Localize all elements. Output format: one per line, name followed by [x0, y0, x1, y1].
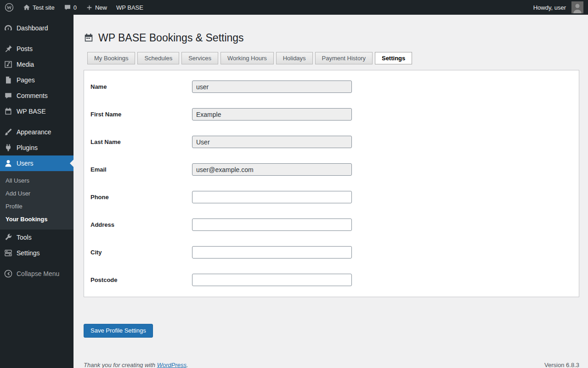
- last-name-label: Last Name: [84, 138, 192, 145]
- main-area: WP BASE Bookings & Settings My Bookings …: [74, 0, 588, 368]
- admin-bar: Test site 0 New WP BASE Howdy, user: [0, 0, 588, 15]
- media-icon: [0, 60, 17, 69]
- email-field[interactable]: [192, 163, 352, 176]
- users-submenu: All Users Add User Profile Your Bookings: [0, 171, 74, 230]
- sidebar-label: Comments: [17, 92, 74, 99]
- plus-icon: [86, 4, 93, 11]
- form-row-city: City: [84, 239, 579, 266]
- sidebar-item-posts[interactable]: Posts: [0, 41, 74, 57]
- howdy-label: Howdy, user: [533, 4, 566, 11]
- city-label: City: [84, 249, 192, 256]
- avatar: [571, 1, 583, 13]
- address-field[interactable]: [192, 218, 352, 231]
- comments-bubble[interactable]: 0: [59, 0, 81, 15]
- footer-version: Version 6.8.3: [544, 361, 579, 368]
- email-label: Email: [84, 166, 192, 173]
- comments-count: 0: [74, 4, 77, 11]
- comment-icon: [0, 92, 17, 100]
- save-profile-settings-button[interactable]: Save Profile Settings: [84, 324, 153, 338]
- wordpress-menu[interactable]: [0, 0, 18, 15]
- city-field[interactable]: [192, 246, 352, 259]
- name-label: Name: [84, 83, 192, 90]
- sidebar-item-dashboard[interactable]: Dashboard: [0, 20, 74, 36]
- submenu-item-your-bookings[interactable]: Your Bookings: [0, 213, 74, 226]
- sidebar-item-tools[interactable]: Tools: [0, 230, 74, 245]
- dashboard-icon: [0, 23, 17, 33]
- phone-field[interactable]: [192, 191, 352, 203]
- sidebar-label: Collapse Menu: [17, 270, 74, 277]
- form-row-phone: Phone: [84, 184, 579, 211]
- sidebar-item-appearance[interactable]: Appearance: [0, 124, 74, 140]
- tab-payment-history[interactable]: Payment History: [315, 52, 373, 64]
- menu-separator: [0, 119, 74, 124]
- my-account-menu[interactable]: Howdy, user: [529, 0, 588, 15]
- form-row-postcode: Postcode: [84, 266, 579, 294]
- brush-icon: [0, 127, 17, 137]
- tab-bar: My Bookings Schedules Services Working H…: [87, 52, 579, 64]
- admin-sidebar: Dashboard Posts Media Pages Comments: [0, 15, 74, 368]
- sidebar-label: Tools: [17, 234, 74, 241]
- name-field[interactable]: [192, 80, 352, 93]
- sidebar-label: Plugins: [17, 144, 74, 151]
- site-name-link[interactable]: Test site: [18, 0, 59, 15]
- form-row-email: Email: [84, 156, 579, 184]
- wp-base-adminbar-link[interactable]: WP BASE: [112, 0, 148, 15]
- tab-my-bookings[interactable]: My Bookings: [87, 52, 135, 64]
- bookings-icon: [84, 33, 94, 43]
- collapse-icon: [0, 269, 17, 278]
- users-icon: [0, 159, 17, 168]
- address-label: Address: [84, 221, 192, 228]
- menu-separator: [0, 36, 74, 41]
- wordpress-logo-icon: [5, 3, 14, 12]
- postcode-label: Postcode: [84, 276, 192, 283]
- sidebar-label: Dashboard: [17, 24, 74, 32]
- form-row-first-name: First Name: [84, 101, 579, 128]
- sidebar-item-wp-base[interactable]: WP BASE: [0, 104, 74, 119]
- form-row-address: Address: [84, 211, 579, 239]
- sidebar-item-comments[interactable]: Comments: [0, 88, 74, 104]
- tab-schedules[interactable]: Schedules: [137, 52, 179, 64]
- first-name-field[interactable]: [192, 108, 352, 121]
- form-row-name: Name: [84, 73, 579, 101]
- sidebar-item-pages[interactable]: Pages: [0, 72, 74, 88]
- site-name-label: Test site: [33, 4, 55, 11]
- sidebar-label: Media: [17, 61, 74, 68]
- pin-icon: [0, 44, 17, 53]
- form-row-last-name: Last Name: [84, 128, 579, 156]
- sidebar-label: Posts: [17, 45, 74, 52]
- page-title-text: WP BASE Bookings & Settings: [98, 31, 244, 45]
- sidebar-item-media[interactable]: Media: [0, 57, 74, 72]
- submenu-item-profile[interactable]: Profile: [0, 200, 74, 213]
- wordpress-link[interactable]: WordPress: [157, 362, 187, 368]
- first-name-label: First Name: [84, 111, 192, 118]
- last-name-field[interactable]: [192, 136, 352, 148]
- sidebar-label: Appearance: [17, 128, 74, 136]
- tab-services[interactable]: Services: [181, 52, 218, 64]
- calendar-icon: [0, 107, 17, 116]
- home-icon: [23, 4, 30, 11]
- pages-icon: [0, 75, 17, 85]
- page-title: WP BASE Bookings & Settings: [84, 31, 579, 45]
- plug-icon: [0, 143, 17, 152]
- postcode-field[interactable]: [192, 274, 352, 286]
- sidebar-item-plugins[interactable]: Plugins: [0, 140, 74, 155]
- footer-thanks-text: Thank you for creating with: [84, 362, 155, 368]
- collapse-menu-button[interactable]: Collapse Menu: [0, 266, 74, 282]
- settings-panel: Name First Name Last Name Email Phone Ad…: [84, 70, 579, 297]
- tools-icon: [0, 233, 17, 242]
- tab-settings[interactable]: Settings: [375, 52, 412, 64]
- phone-label: Phone: [84, 194, 192, 201]
- tab-working-hours[interactable]: Working Hours: [220, 52, 274, 64]
- footer: Thank you for creating with WordPress. V…: [84, 361, 579, 368]
- new-content-menu[interactable]: New: [81, 0, 112, 15]
- footer-period: .: [187, 362, 188, 368]
- submenu-item-all-users[interactable]: All Users: [0, 174, 74, 187]
- sidebar-item-settings[interactable]: Settings: [0, 245, 74, 261]
- tab-holidays[interactable]: Holidays: [276, 52, 313, 64]
- footer-thanks: Thank you for creating with WordPress.: [84, 361, 188, 368]
- sidebar-item-users[interactable]: Users: [0, 155, 74, 171]
- sidebar-label: Pages: [17, 76, 74, 84]
- submenu-item-add-user[interactable]: Add User: [0, 187, 74, 200]
- new-label: New: [95, 4, 107, 11]
- sidebar-label: WP BASE: [17, 108, 74, 115]
